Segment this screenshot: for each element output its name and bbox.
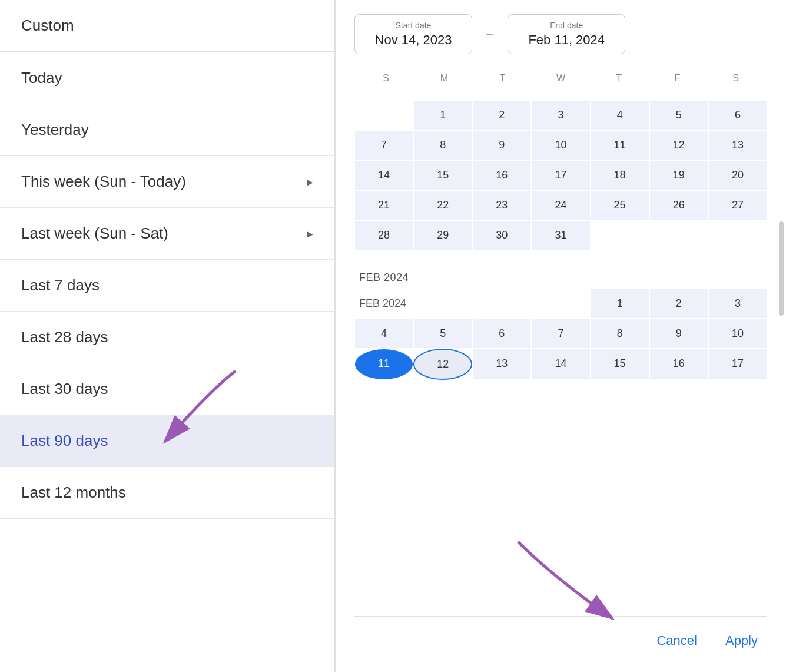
calendar-day-cell bbox=[591, 220, 649, 250]
calendar-day-cell[interactable]: 4 bbox=[354, 319, 413, 349]
calendar-day-cell[interactable]: 14 bbox=[354, 160, 413, 190]
date-range-header: Start date Nov 14, 2023 – End date Feb 1… bbox=[354, 14, 767, 54]
calendar-day-cell[interactable]: 21 bbox=[354, 190, 413, 220]
calendar-day-cell[interactable]: 29 bbox=[413, 220, 472, 250]
calendar-day-cell[interactable]: 15 bbox=[413, 160, 472, 190]
calendar-day-cell[interactable]: 22 bbox=[413, 190, 472, 220]
end-date-value: Feb 11, 2024 bbox=[528, 32, 605, 48]
submenu-arrow-icon: ▶ bbox=[307, 229, 313, 239]
day-label: W bbox=[532, 68, 590, 88]
calendar-day-cell[interactable]: 13 bbox=[472, 349, 531, 380]
calendar-day-cell[interactable]: 11 bbox=[354, 349, 413, 380]
calendar-day-cell[interactable]: 16 bbox=[472, 160, 531, 190]
calendar-day-cell[interactable]: 12 bbox=[649, 130, 708, 160]
calendar-day-cell[interactable]: 23 bbox=[472, 190, 531, 220]
january-calendar: 1234567891011121314151617181920212223242… bbox=[354, 100, 767, 250]
calendar-day-cell[interactable]: 14 bbox=[531, 349, 590, 380]
calendar-day-cell[interactable]: 3 bbox=[708, 289, 767, 319]
calendar-day-cell[interactable]: 3 bbox=[531, 100, 590, 130]
start-date-value: Nov 14, 2023 bbox=[375, 32, 452, 48]
calendar-day-cell[interactable]: 12 bbox=[413, 349, 472, 380]
day-label: S bbox=[357, 68, 415, 88]
calendar-day-cell[interactable]: 24 bbox=[531, 190, 590, 220]
calendar-day-cell[interactable]: 2 bbox=[472, 100, 531, 130]
menu-item-yesterday[interactable]: Yesterday bbox=[0, 104, 334, 156]
menu-item-label-last-30: Last 30 days bbox=[21, 380, 108, 398]
bottom-actions: Cancel Apply bbox=[354, 616, 767, 658]
menu-item-last-30[interactable]: Last 30 days bbox=[0, 363, 334, 415]
start-date-box[interactable]: Start date Nov 14, 2023 bbox=[354, 14, 472, 54]
calendar-day-cell[interactable]: 20 bbox=[708, 160, 767, 190]
menu-item-last-28[interactable]: Last 28 days bbox=[0, 312, 334, 363]
calendar-days-header: SMTWTFS bbox=[354, 68, 767, 88]
menu-item-label-last-week: Last week (Sun - Sat) bbox=[21, 224, 168, 243]
calendar-day-cell[interactable]: 4 bbox=[591, 100, 649, 130]
calendar-day-cell[interactable]: 28 bbox=[354, 220, 413, 250]
calendar-day-cell[interactable]: 2 bbox=[649, 289, 708, 319]
day-label: F bbox=[648, 68, 707, 88]
calendar-day-cell[interactable]: 26 bbox=[649, 190, 708, 220]
menu-item-this-week[interactable]: This week (Sun - Today)▶ bbox=[0, 156, 334, 208]
calendar-day-cell[interactable]: 11 bbox=[591, 130, 649, 160]
calendar-day-cell[interactable]: 17 bbox=[708, 349, 767, 380]
day-label: T bbox=[473, 68, 532, 88]
end-date-box[interactable]: End date Feb 11, 2024 bbox=[508, 14, 625, 54]
calendar-day-cell[interactable]: 9 bbox=[472, 130, 531, 160]
calendar-day-cell bbox=[649, 220, 708, 250]
menu-item-label-last-7: Last 7 days bbox=[21, 276, 100, 294]
calendar-day-cell[interactable]: 16 bbox=[649, 349, 708, 380]
start-date-label: Start date bbox=[396, 21, 432, 30]
menu-item-label-last-12: Last 12 months bbox=[21, 484, 126, 502]
calendar-day-cell[interactable]: 15 bbox=[591, 349, 649, 380]
date-separator: – bbox=[486, 27, 493, 42]
calendar-day-cell[interactable]: 18 bbox=[591, 160, 649, 190]
calendar-day-cell[interactable]: 6 bbox=[708, 100, 767, 130]
calendar-day-cell[interactable]: 27 bbox=[708, 190, 767, 220]
calendar-day-cell[interactable]: 1 bbox=[413, 100, 472, 130]
menu-item-last-7[interactable]: Last 7 days bbox=[0, 260, 334, 312]
calendar-day-cell[interactable]: 6 bbox=[472, 319, 531, 349]
calendar-day-cell[interactable]: 19 bbox=[649, 160, 708, 190]
menu-item-last-week[interactable]: Last week (Sun - Sat)▶ bbox=[0, 208, 334, 260]
menu-item-label-last-28: Last 28 days bbox=[21, 328, 108, 346]
calendar-day-cell[interactable]: 25 bbox=[591, 190, 649, 220]
menu-item-last-90[interactable]: Last 90 days bbox=[0, 415, 334, 467]
feb-month-label-row: FEB 2024 bbox=[354, 272, 767, 284]
calendar-day-cell bbox=[354, 100, 413, 130]
submenu-arrow-icon: ▶ bbox=[307, 177, 313, 187]
calendar-day-cell[interactable]: 9 bbox=[649, 319, 708, 349]
cancel-button[interactable]: Cancel bbox=[647, 628, 706, 653]
calendar-day-cell[interactable]: 7 bbox=[354, 130, 413, 160]
feb-calendar-grid: FEB 20241234567891011121314151617 bbox=[354, 289, 767, 380]
calendar-day-cell[interactable]: 17 bbox=[531, 160, 590, 190]
calendar-day-cell[interactable]: 7 bbox=[531, 319, 590, 349]
menu-item-last-12[interactable]: Last 12 months bbox=[0, 467, 334, 519]
menu-item-custom[interactable]: Custom bbox=[0, 0, 334, 52]
calendar-day-cell[interactable]: 5 bbox=[413, 319, 472, 349]
calendar-day-cell bbox=[708, 220, 767, 250]
calendar-day-cell[interactable]: 10 bbox=[531, 130, 590, 160]
calendar-day-cell[interactable]: 8 bbox=[413, 130, 472, 160]
end-date-label: End date bbox=[550, 21, 583, 30]
day-label: S bbox=[707, 68, 765, 88]
menu-item-today[interactable]: Today bbox=[0, 52, 334, 104]
menu-item-label-today: Today bbox=[21, 69, 62, 87]
calendar-day-cell[interactable]: 30 bbox=[472, 220, 531, 250]
calendar-day-cell[interactable]: 10 bbox=[708, 319, 767, 349]
calendar-day-cell[interactable]: 5 bbox=[649, 100, 708, 130]
apply-button[interactable]: Apply bbox=[716, 628, 767, 653]
date-picker-container: CustomTodayYesterdayThis week (Sun - Tod… bbox=[0, 0, 786, 672]
menu-item-label-this-week: This week (Sun - Today) bbox=[21, 173, 186, 191]
day-label: T bbox=[590, 68, 648, 88]
calendar-day-cell[interactable]: 31 bbox=[531, 220, 590, 250]
menu-item-label-last-90: Last 90 days bbox=[21, 432, 108, 450]
feb-month-label: FEB 2024 bbox=[354, 272, 472, 284]
menu-item-label-yesterday: Yesterday bbox=[21, 121, 89, 139]
right-panel: Start date Nov 14, 2023 – End date Feb 1… bbox=[336, 0, 786, 672]
calendar-day-cell[interactable]: 8 bbox=[591, 319, 649, 349]
calendar-panel: Start date Nov 14, 2023 – End date Feb 1… bbox=[336, 0, 786, 672]
menu-item-label-custom: Custom bbox=[21, 16, 74, 35]
scrollbar[interactable] bbox=[779, 221, 784, 316]
calendar-day-cell[interactable]: 1 bbox=[591, 289, 649, 319]
calendar-day-cell[interactable]: 13 bbox=[708, 130, 767, 160]
